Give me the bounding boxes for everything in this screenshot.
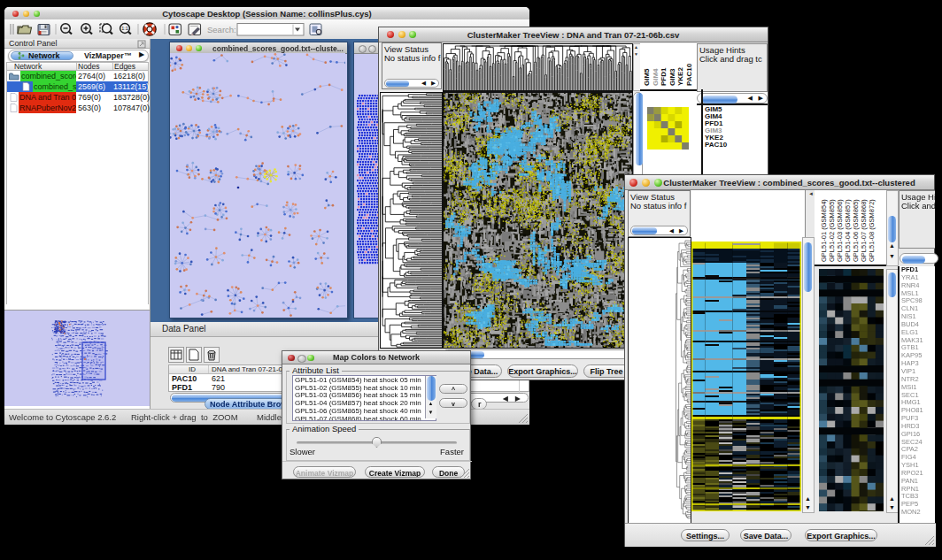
svg-text:1:1: 1:1 bbox=[121, 26, 128, 31]
svg-text:Search:: Search: bbox=[207, 25, 236, 35]
